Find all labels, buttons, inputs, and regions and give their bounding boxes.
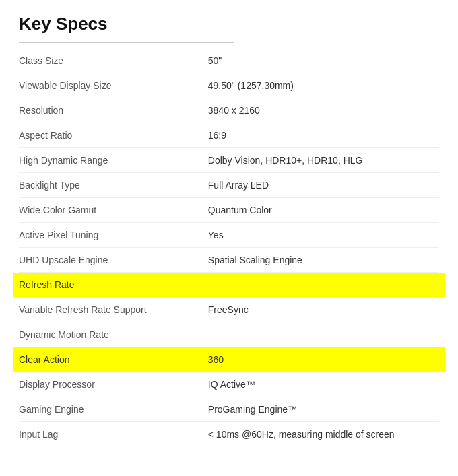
spec-row: High Dynamic RangeDolby Vision, HDR10+, … — [19, 148, 439, 173]
spec-label: Gaming Engine — [19, 404, 208, 415]
title-divider — [19, 42, 234, 43]
spec-value: 360 — [208, 354, 439, 365]
spec-value: FreeSync — [208, 304, 439, 315]
spec-label: Aspect Ratio — [19, 130, 208, 141]
spec-row: Aspect Ratio16:9 — [19, 123, 439, 148]
spec-label: UHD Upscale Engine — [19, 254, 208, 265]
spec-row: Backlight TypeFull Array LED — [19, 173, 439, 198]
spec-row: Dynamic Motion Rate — [19, 322, 439, 347]
page-title: Key Specs — [19, 13, 439, 34]
spec-label: Dynamic Motion Rate — [19, 329, 208, 340]
spec-value: Full Array LED — [208, 180, 439, 191]
spec-value: Quantum Color — [208, 205, 439, 215]
spec-row: Variable Refresh Rate SupportFreeSync — [19, 298, 439, 322]
spec-value: Dolby Vision, HDR10+, HDR10, HLG — [208, 155, 439, 166]
spec-row: Gaming EngineProGaming Engine™ — [19, 397, 439, 422]
spec-label: High Dynamic Range — [19, 155, 208, 166]
spec-label: Backlight Type — [19, 180, 208, 191]
spec-label: Resolution — [19, 105, 208, 116]
spec-label: Display Processor — [19, 379, 208, 390]
spec-label: Clear Action — [19, 354, 208, 365]
spec-row: Display ProcessorIQ Active™ — [19, 372, 439, 397]
spec-value: ProGaming Engine™ — [208, 404, 439, 415]
spec-label: Input Lag — [19, 429, 208, 440]
spec-value: 16:9 — [208, 130, 439, 141]
spec-label: Wide Color Gamut — [19, 205, 208, 215]
spec-label: Viewable Display Size — [19, 80, 208, 91]
spec-label: Class Size — [19, 55, 208, 66]
spec-row: UHD Upscale EngineSpatial Scaling Engine — [19, 248, 439, 273]
spec-value: 3840 x 2160 — [208, 105, 439, 116]
spec-row: Active Pixel TuningYes — [19, 223, 439, 248]
spec-row: Viewable Display Size49.50" (1257.30mm) — [19, 73, 439, 98]
spec-row: Clear Action360 — [13, 347, 445, 372]
spec-label: Active Pixel Tuning — [19, 230, 208, 240]
spec-label: Refresh Rate — [19, 279, 208, 290]
spec-row: Wide Color GamutQuantum Color — [19, 198, 439, 223]
spec-value: < 10ms @60Hz, measuring middle of screen — [208, 429, 439, 440]
spec-value: Yes — [208, 230, 439, 240]
spec-row: Refresh Rate — [13, 273, 445, 298]
spec-label: Variable Refresh Rate Support — [19, 304, 208, 315]
spec-row: Resolution3840 x 2160 — [19, 98, 439, 123]
spec-value: 49.50" (1257.30mm) — [208, 80, 439, 91]
spec-row: Input Lag< 10ms @60Hz, measuring middle … — [19, 422, 439, 446]
spec-value: IQ Active™ — [208, 379, 439, 390]
spec-value: 50" — [208, 55, 439, 66]
spec-table: Class Size50"Viewable Display Size49.50"… — [19, 48, 439, 446]
spec-row: Class Size50" — [19, 48, 439, 73]
spec-value: Spatial Scaling Engine — [208, 254, 439, 265]
